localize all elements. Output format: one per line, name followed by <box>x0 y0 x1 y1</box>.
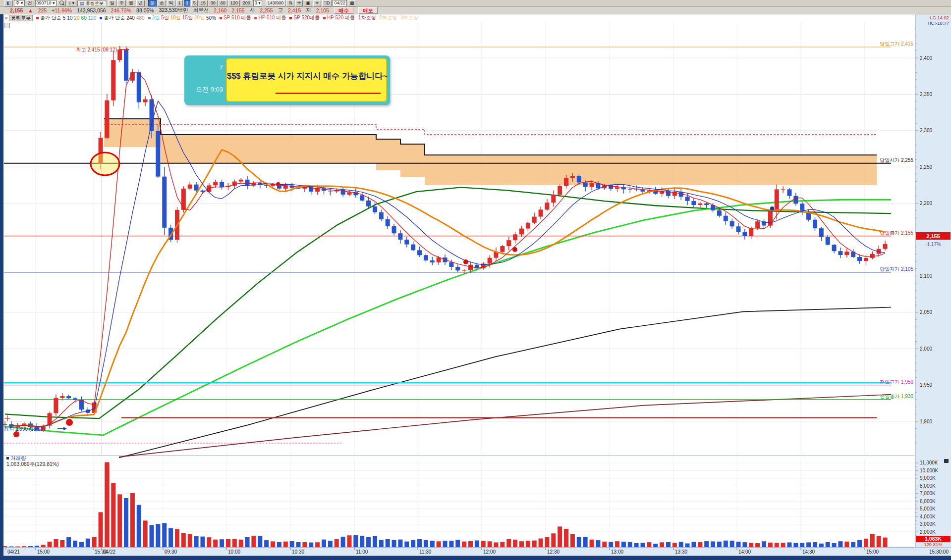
legend-item-3[interactable]: 3일5일10일15일20일50% <box>148 14 217 21</box>
chart-toolbar: ◧주 ▾건090710 ▾♪ ▾▤휴림로봇일주월년분초틱135153060120… <box>0 0 951 7</box>
candle <box>150 100 154 131</box>
indicator-legend[interactable]: 휴림로봇종가 단순5102060120종가 단순2404803일5일10일15일… <box>5 15 418 21</box>
volume-bar <box>437 541 441 547</box>
interval-btn-30[interactable]: 30 <box>209 0 218 6</box>
period-btn-일[interactable]: 일 <box>108 0 116 6</box>
volume-bar <box>755 543 760 547</box>
date-field[interactable]: 04/22 <box>333 0 347 6</box>
volume-bar <box>826 542 830 547</box>
candle <box>768 211 773 225</box>
interval-btn-3[interactable]: 3 <box>184 0 190 6</box>
interval-btn-60[interactable]: 60 <box>219 0 227 6</box>
crosshair-icon[interactable]: ✛ <box>295 0 303 6</box>
sell-button[interactable]: 매도 <box>358 7 378 14</box>
interval-btn-200[interactable]: 200 <box>241 0 252 6</box>
stock-code-combo[interactable]: 090710 ▾ <box>35 0 56 6</box>
volume-bar <box>66 537 71 547</box>
ratio-pct: 88.05% <box>136 7 154 13</box>
svg-text:2,050: 2,050 <box>920 309 932 315</box>
volume-bar <box>143 520 148 547</box>
current-price: 2,155 <box>10 7 23 13</box>
legend-item-10[interactable]: 3차조정 <box>400 14 418 21</box>
volume-bar <box>60 540 64 547</box>
svg-text:2,200: 2,200 <box>920 201 932 206</box>
speaker-icon[interactable]: ♪ ▾ <box>67 0 77 6</box>
svg-text:당일고가 2,415: 당일고가 2,415 <box>880 41 913 47</box>
volume-bar <box>296 542 301 547</box>
legend-square-icon <box>220 17 222 19</box>
volume-bar <box>711 541 715 547</box>
svg-text:1,950: 1,950 <box>920 382 932 388</box>
time-axis-background <box>0 548 915 556</box>
candle <box>513 234 517 240</box>
candle <box>143 100 148 102</box>
candle <box>787 189 792 196</box>
candle <box>462 270 466 270</box>
unit-btn-분[interactable]: 분 <box>148 0 157 6</box>
interval-combo[interactable]: 3 ▾ <box>253 0 262 6</box>
volume-bar <box>494 542 498 547</box>
candle <box>724 216 728 221</box>
price-scale[interactable]: 2,4002,3502,3002,2502,2002,1002,0502,000… <box>915 14 951 556</box>
interval-btn-1[interactable]: 1 <box>176 0 183 6</box>
svg-text:15:00: 15:00 <box>866 549 879 555</box>
legend-label: 휴림로봇 <box>9 15 33 21</box>
interval-btn-15[interactable]: 15 <box>199 0 208 6</box>
volume-bar <box>602 542 607 547</box>
volume-bar <box>596 540 600 547</box>
geon-button[interactable]: 건 <box>26 0 34 6</box>
legend-label: 2차조정 <box>380 14 397 21</box>
legend-item-2[interactable]: 종가 단순240480 <box>100 14 144 21</box>
save-icon[interactable]: ▣ <box>304 0 312 6</box>
unit-btn-틱[interactable]: 틱 <box>167 0 175 6</box>
legend-item-8[interactable]: 1차조정 <box>358 14 376 21</box>
volume-bar <box>15 547 20 547</box>
volume-bar <box>628 542 632 547</box>
settings-icon[interactable]: ✳ <box>313 0 321 6</box>
volume-bar <box>99 512 103 547</box>
legend-item-1[interactable]: 종가 단순5102060120 <box>36 14 96 21</box>
candle <box>181 189 186 210</box>
buy-button[interactable]: 매수 <box>334 7 353 14</box>
volume-bar <box>513 540 517 547</box>
volume-bar <box>468 541 473 547</box>
legend-label: 60 <box>81 15 87 21</box>
legend-label: 15일 <box>182 14 193 21</box>
interval-btn-120[interactable]: 120 <box>228 0 240 6</box>
unit-btn-초[interactable]: 초 <box>158 0 166 6</box>
volume-bar <box>768 543 773 547</box>
volume-bar <box>488 541 492 547</box>
pane-collapse-button[interactable] <box>944 459 949 463</box>
period-type-combo[interactable]: 주 ▾ <box>14 0 25 6</box>
system-menu-icon[interactable]: ◧ <box>4 0 13 6</box>
interval-btn-5[interactable]: 5 <box>191 0 198 6</box>
candle <box>781 189 785 190</box>
volume-bar <box>787 542 792 547</box>
d-checkbox[interactable]: □D <box>322 0 332 6</box>
legend-item-4[interactable]: SP 510 데콜 <box>220 14 251 21</box>
legend-square-icon <box>323 17 326 19</box>
candle <box>366 201 371 206</box>
chart-tool-icon[interactable] <box>4 23 10 28</box>
period-btn-월[interactable]: 월 <box>127 0 135 6</box>
legend-item-0[interactable]: 휴림로봇 <box>5 15 33 21</box>
volume-value: 1,063,089주(129.81%) <box>6 461 59 467</box>
legend-item-9[interactable]: 2차조정 <box>380 14 397 21</box>
period-btn-주[interactable]: 주 <box>117 0 126 6</box>
volume-bar <box>245 537 250 547</box>
volume-bar <box>322 540 326 547</box>
chart-canvas[interactable]: 당일고가 2,415당일시가 2,255당일종가 2,155당일저가 2,105… <box>0 0 951 560</box>
time-axis[interactable]: 04/2115:0015:3004/2209:3010:0010:3011:00… <box>0 548 951 556</box>
svg-text:11,000K: 11,000K <box>920 460 938 465</box>
volume-bar <box>609 542 613 547</box>
volume-bar <box>277 542 281 547</box>
legend-item-7[interactable]: HP 520 데콜 <box>323 14 355 21</box>
swap-icon[interactable]: ⇅ <box>286 0 294 6</box>
calendar-icon[interactable]: ▦ <box>348 0 356 6</box>
search-icon[interactable] <box>57 0 66 6</box>
candle <box>800 204 804 211</box>
legend-item-5[interactable]: HP 510 데콜 <box>254 14 286 21</box>
stock-tab[interactable]: ▤휴림로봇 <box>77 0 107 6</box>
period-btn-년[interactable]: 년 <box>136 0 145 6</box>
legend-item-6[interactable]: SP 520데콜 <box>289 14 320 21</box>
